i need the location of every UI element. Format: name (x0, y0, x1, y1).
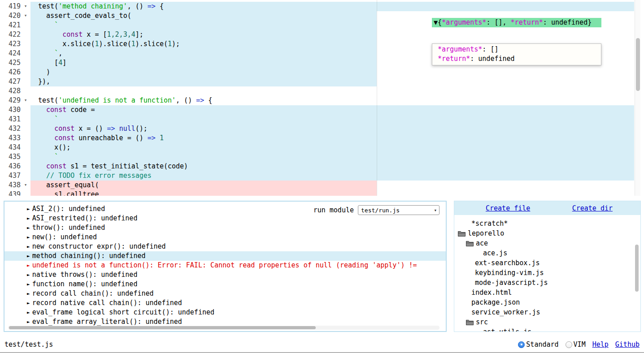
fold-slot: ▾ (21, 181, 30, 190)
tree-item-label: ext-searchbox.js (475, 258, 540, 268)
tooltip-row[interactable]: *arguments*: [] (432, 45, 601, 54)
tree-item-file[interactable]: index.html (454, 288, 640, 297)
test-result-item[interactable]: ►native throws(): undefined (4, 270, 446, 280)
test-result-label: throw(): undefined (32, 224, 105, 232)
expand-icon[interactable]: ► (27, 234, 30, 240)
expand-icon[interactable]: ► (27, 310, 30, 315)
fold-slot (21, 21, 30, 30)
status-bar-right: Standard VIM Help Github (518, 340, 640, 349)
results-h-scrollbar[interactable] (8, 326, 439, 330)
tree-item-folder[interactable]: src (454, 317, 640, 327)
fold-icon[interactable]: ▾ (24, 3, 27, 9)
line-number: 424 (0, 49, 21, 58)
tree-item-file[interactable]: service_worker.js (454, 307, 640, 317)
create-dir-link[interactable]: Create dir (572, 204, 613, 212)
expand-icon[interactable]: ► (27, 225, 30, 231)
folder-icon (458, 231, 466, 237)
test-results-list: ►ASI_2(): undefined►ASI_restrited(): und… (4, 204, 446, 327)
expand-icon[interactable]: ► (27, 244, 30, 250)
tree-item-file[interactable]: keybinding-vim.js (454, 268, 640, 278)
tree-item-file[interactable]: ext-searchbox.js (454, 258, 640, 268)
code-text[interactable]: const x = () => null(); (30, 124, 634, 133)
code-text[interactable]: ` (30, 152, 634, 162)
help-link[interactable]: Help (592, 340, 609, 349)
expand-icon[interactable]: ► (27, 272, 30, 278)
code-line: 431 ` (0, 115, 634, 124)
fold-icon[interactable]: ▾ (24, 13, 27, 18)
test-result-item[interactable]: ►record native call chain(): undefined (4, 298, 446, 308)
expand-icon[interactable]: ► (27, 206, 30, 212)
tree-item-file[interactable]: ast_utils.js (454, 327, 640, 332)
editor-scrollbar-thumb[interactable] (636, 38, 640, 91)
line-number: 426 (0, 68, 21, 77)
fold-icon[interactable]: ▾ (24, 97, 27, 103)
code-text[interactable]: // TODO fix error messages (30, 171, 634, 181)
test-result-item[interactable]: ►new constructor expr(): undefined (4, 242, 446, 251)
code-text[interactable]: const code = (30, 105, 634, 115)
expand-icon[interactable]: ► (27, 253, 30, 259)
test-result-item[interactable]: ►new(): undefined (4, 232, 446, 242)
code-text[interactable] (30, 86, 634, 96)
code-text[interactable]: x(); (30, 143, 634, 152)
fold-slot (21, 162, 30, 171)
tooltip-body: *arguments*: []*return*: undefined (432, 43, 601, 65)
run-module-label: run module (313, 206, 354, 214)
tree-item-folder[interactable]: leporello (454, 228, 640, 238)
expand-icon[interactable]: ► (27, 319, 30, 325)
code-text[interactable]: const s1 = test_initial_state(code) (30, 162, 634, 171)
keybinding-standard-label: Standard (526, 340, 558, 349)
editor-scrollbar[interactable] (635, 0, 640, 196)
tree-item-file[interactable]: package.json (454, 297, 640, 307)
expand-icon[interactable]: ► (27, 215, 30, 221)
create-file-link[interactable]: Create file (486, 204, 530, 212)
line-number: 434 (0, 143, 21, 152)
tree-item-file[interactable]: mode-javascript.js (454, 278, 640, 288)
line-gutter: 434 (0, 143, 30, 152)
github-link[interactable]: Github (615, 340, 640, 349)
fold-icon[interactable]: ▾ (24, 182, 27, 188)
tree-item-file[interactable]: *scratch* (454, 219, 640, 228)
radio-selected-icon[interactable] (518, 341, 525, 348)
line-number: 435 (0, 152, 21, 162)
test-result-item[interactable]: ►eval_frame logical short circuit(): und… (4, 308, 446, 317)
code-text[interactable]: assert_equal( (30, 181, 634, 190)
tree-item-label: package.json (471, 297, 520, 307)
test-result-item[interactable]: ►ASI_restrited(): undefined (4, 214, 446, 223)
test-result-item[interactable]: ►record call chain(): undefined (4, 289, 446, 298)
tooltip-row[interactable]: *return*: undefined (432, 54, 601, 64)
test-result-item[interactable]: ►eval_frame array_literal(): undefined (4, 317, 446, 327)
expand-icon[interactable]: ► (27, 291, 30, 297)
line-number: 423 (0, 39, 21, 49)
tree-item-folder[interactable]: ace (454, 238, 640, 248)
tree-scrollbar-thumb[interactable] (635, 245, 639, 292)
expand-icon[interactable]: ► (27, 263, 30, 268)
radio-unselected-icon[interactable] (566, 341, 572, 348)
keybinding-vim-option[interactable]: VIM (566, 340, 586, 349)
expand-icon[interactable]: ► (27, 300, 30, 306)
test-result-item[interactable]: ►function name(): undefined (4, 280, 446, 289)
expand-icon[interactable]: ► (27, 281, 30, 287)
test-result-item[interactable]: ►undefined is not a function(): Error: F… (4, 261, 446, 270)
results-h-scrollbar-thumb[interactable] (9, 326, 316, 329)
code-text[interactable]: test('undefined is not a function', () =… (30, 96, 634, 105)
test-result-label: native throws(): undefined (32, 271, 138, 279)
tree-scrollbar[interactable] (635, 201, 640, 331)
fold-slot (21, 124, 30, 133)
line-gutter: 425 (0, 58, 30, 68)
fold-slot (21, 115, 30, 124)
status-bar: test/test.js Standard VIM Help Github (0, 337, 644, 353)
fold-slot (21, 190, 30, 196)
tree-item-file[interactable]: ace.js (454, 248, 640, 258)
tree-item-label: mode-javascript.js (475, 278, 548, 288)
code-text[interactable]: s1.calltree (30, 190, 634, 196)
code-text[interactable]: const unreachable = () => 1 (30, 133, 634, 143)
code-text[interactable]: ` (30, 115, 634, 124)
tooltip-header[interactable]: ▼{*arguments*: [], *return*: undefined} (432, 18, 601, 27)
code-line: 428 (0, 86, 634, 96)
test-result-item[interactable]: ►throw(): undefined (4, 223, 446, 232)
test-result-label: new(): undefined (32, 233, 97, 241)
module-select[interactable]: test/run.js (358, 205, 439, 215)
test-result-label: ASI_restrited(): undefined (32, 214, 138, 222)
test-result-item[interactable]: ►method chaining(): undefined (4, 251, 446, 261)
keybinding-standard-option[interactable]: Standard (518, 340, 558, 349)
